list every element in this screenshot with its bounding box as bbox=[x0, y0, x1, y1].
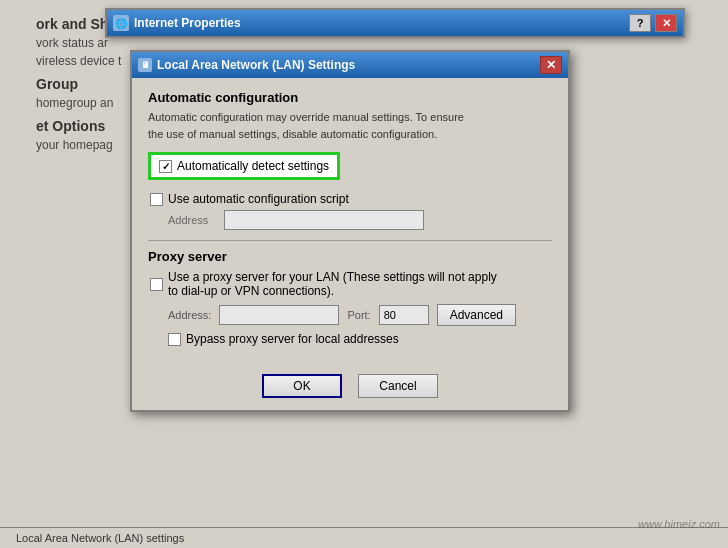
auto-config-title: Automatic configuration bbox=[148, 90, 552, 105]
use-proxy-row: Use a proxy server for your LAN (These s… bbox=[148, 270, 552, 298]
lan-dialog-title: Local Area Network (LAN) Settings bbox=[157, 58, 355, 72]
bypass-checkbox[interactable] bbox=[168, 333, 181, 346]
lan-body: Automatic configuration Automatic config… bbox=[132, 78, 568, 366]
auto-detect-checkbox[interactable] bbox=[159, 160, 172, 173]
address-label: Address bbox=[168, 214, 218, 226]
use-proxy-label: Use a proxy server for your LAN (These s… bbox=[168, 270, 497, 298]
use-script-label: Use automatic configuration script bbox=[168, 192, 349, 206]
outer-title-left: 🌐 Internet Properties bbox=[113, 15, 241, 31]
proxy-addr-label: Address: bbox=[168, 309, 211, 321]
proxy-addr-input[interactable] bbox=[219, 305, 339, 325]
status-bar: Local Area Network (LAN) settings bbox=[0, 527, 728, 548]
ok-button[interactable]: OK bbox=[262, 374, 342, 398]
lan-title-left: 🖥 Local Area Network (LAN) Settings bbox=[138, 58, 355, 72]
proxy-section-title: Proxy server bbox=[148, 249, 552, 264]
divider bbox=[148, 240, 552, 241]
use-proxy-checkbox[interactable] bbox=[150, 278, 163, 291]
address-input[interactable] bbox=[224, 210, 424, 230]
help-button[interactable]: ? bbox=[629, 14, 651, 32]
port-label: Port: bbox=[347, 309, 370, 321]
auto-config-desc: Automatic configuration may override man… bbox=[148, 109, 552, 142]
auto-detect-highlight: Automatically detect settings bbox=[148, 152, 340, 180]
cancel-button[interactable]: Cancel bbox=[358, 374, 438, 398]
dialog-buttons: OK Cancel bbox=[132, 366, 568, 410]
advanced-button[interactable]: Advanced bbox=[437, 304, 516, 326]
lan-dialog: 🖥 Local Area Network (LAN) Settings ✕ Au… bbox=[130, 50, 570, 412]
auto-detect-label: Automatically detect settings bbox=[177, 159, 329, 173]
lan-icon: 🖥 bbox=[138, 58, 152, 72]
outer-title-buttons: ? ✕ bbox=[629, 14, 677, 32]
address-row: Address bbox=[148, 210, 552, 230]
use-script-checkbox[interactable] bbox=[150, 193, 163, 206]
outer-window-title: Internet Properties bbox=[134, 16, 241, 30]
bypass-label: Bypass proxy server for local addresses bbox=[186, 332, 399, 346]
use-script-row: Use automatic configuration script bbox=[148, 192, 552, 206]
proxy-address-row: Address: Port: Advanced bbox=[148, 304, 552, 326]
ie-icon: 🌐 bbox=[113, 15, 129, 31]
outer-title-bar: 🌐 Internet Properties ? ✕ bbox=[107, 10, 683, 36]
watermark: www.bimeiz.com bbox=[638, 518, 720, 530]
internet-properties-window: 🌐 Internet Properties ? ✕ bbox=[105, 8, 685, 38]
status-bar-text: Local Area Network (LAN) settings bbox=[16, 532, 184, 544]
outer-close-button[interactable]: ✕ bbox=[655, 14, 677, 32]
lan-close-button[interactable]: ✕ bbox=[540, 56, 562, 74]
bypass-row: Bypass proxy server for local addresses bbox=[148, 332, 552, 346]
port-input[interactable] bbox=[379, 305, 429, 325]
lan-title-bar: 🖥 Local Area Network (LAN) Settings ✕ bbox=[132, 52, 568, 78]
